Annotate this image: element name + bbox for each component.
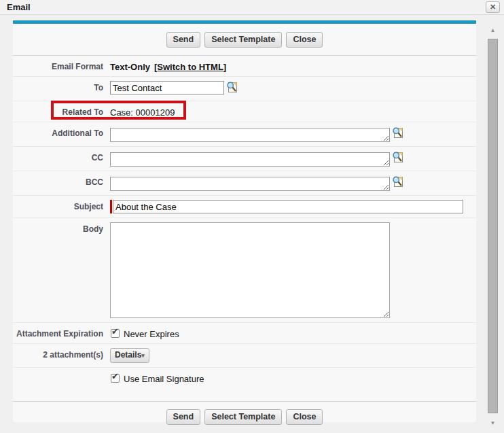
email-format-label: Email Format (13, 60, 103, 71)
body-input[interactable] (110, 222, 390, 318)
additional-to-label: Additional To (13, 126, 103, 138)
cc-row: CC (13, 147, 476, 171)
vertical-scrollbar: ▲ ▼ (487, 24, 499, 431)
switch-to-html-link[interactable]: [Switch to HTML] (154, 60, 226, 72)
to-row: To (13, 77, 476, 101)
checkmark-icon: ✔ (111, 327, 119, 336)
scroll-up-icon[interactable]: ▲ (487, 27, 499, 34)
attachments-count-label: 2 attachment(s) (13, 348, 103, 360)
select-template-button[interactable]: Select Template (204, 409, 282, 425)
lookup-icon[interactable] (392, 175, 403, 191)
additional-to-input[interactable] (110, 128, 390, 142)
top-toolbar: Send Select Template Close (13, 24, 476, 56)
email-format-row: Email Format Text-Only [Switch to HTML] (13, 56, 476, 77)
lookup-icon[interactable] (392, 151, 403, 167)
chevron-down-icon: ▾ (141, 352, 145, 359)
checkmark-icon: ✔ (111, 372, 119, 381)
use-email-signature-label: Use Email Signature (124, 372, 204, 384)
never-expires-label: Never Expires (124, 327, 179, 339)
cc-input[interactable] (110, 152, 390, 167)
bcc-label: BCC (13, 175, 103, 187)
attachment-expiration-row: Attachment Expiration ✔ Never Expires (13, 323, 476, 344)
details-button-label: Details (115, 350, 141, 360)
dialog-title: Email (7, 2, 31, 12)
related-to-label: Related To (13, 105, 103, 117)
bcc-row: BCC (13, 171, 476, 196)
email-form: Email Format Text-Only [Switch to HTML] … (13, 56, 476, 388)
send-button[interactable]: Send (166, 409, 201, 425)
to-input[interactable] (110, 81, 224, 94)
lookup-icon[interactable] (392, 126, 403, 142)
scrollbar-thumb[interactable] (488, 39, 498, 413)
select-template-button[interactable]: Select Template (204, 32, 282, 48)
bottom-toolbar: Send Select Template Close (13, 401, 476, 433)
attachment-expiration-label: Attachment Expiration (13, 327, 103, 339)
signature-label-spacer (13, 372, 103, 375)
email-dialog-panel: Send Select Template Close Email Format … (13, 20, 476, 422)
send-button[interactable]: Send (166, 32, 201, 48)
scroll-down-icon[interactable]: ▼ (487, 420, 499, 427)
body-row: Body (13, 218, 476, 323)
never-expires-checkbox[interactable]: ✔ (111, 329, 120, 338)
related-to-value: Case: 00001209 (110, 105, 175, 118)
subject-row: Subject (13, 196, 476, 218)
body-label: Body (13, 222, 103, 234)
attachments-row: 2 attachment(s) Details▾ (13, 344, 476, 368)
close-icon[interactable]: ✕ (486, 1, 500, 13)
related-to-row: Related To Case: 00001209 (13, 101, 476, 122)
dialog-titlebar: Email ✕ (0, 0, 504, 15)
subject-label: Subject (13, 200, 103, 211)
subject-input[interactable] (113, 200, 463, 213)
to-label: To (13, 81, 103, 92)
cc-label: CC (13, 151, 103, 162)
bcc-input[interactable] (110, 177, 390, 191)
details-button[interactable]: Details▾ (110, 348, 149, 363)
email-format-value: Text-Only (110, 60, 150, 72)
lookup-icon[interactable] (226, 81, 238, 97)
close-button[interactable]: Close (286, 32, 323, 48)
additional-to-row: Additional To (13, 122, 476, 147)
use-email-signature-checkbox[interactable]: ✔ (111, 374, 120, 383)
required-indicator (110, 200, 112, 213)
signature-row: ✔ Use Email Signature (13, 368, 476, 388)
close-button[interactable]: Close (286, 409, 323, 425)
